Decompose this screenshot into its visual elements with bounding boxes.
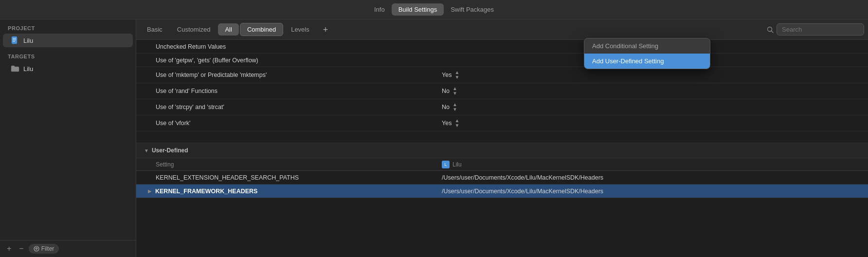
settings-toolbar: Basic Customized All Combined Levels + A… <box>136 19 868 40</box>
stepper[interactable]: ▲▼ <box>454 70 459 80</box>
dropdown-item-add-user-defined[interactable]: Add User-Defined Setting <box>584 54 710 69</box>
project-section-label: PROJECT <box>0 19 136 33</box>
section-triangle-icon: ▼ <box>144 148 149 153</box>
settings-table: Unchecked Return Values Use of 'getpw', … <box>136 40 868 257</box>
expand-triangle-icon[interactable]: ▶ <box>148 189 151 194</box>
table-row[interactable]: Use of 'getpw', 'gets' (Buffer Overflow) <box>136 54 868 67</box>
main-layout: PROJECT Lilu TARGETS Lilu + <box>0 19 868 257</box>
setting-value[interactable]: No ▲▼ <box>438 99 868 115</box>
setting-value[interactable]: No ▲▼ <box>438 83 868 99</box>
svg-rect-2 <box>13 39 16 40</box>
setting-name: Use of 'getpw', 'gets' (Buffer Overflow) <box>136 54 438 67</box>
sidebar-footer: + − Filter <box>0 240 136 257</box>
sidebar-project-name: Lilu <box>23 37 33 44</box>
column-header-row: Setting L Lilu <box>136 158 868 171</box>
empty-row <box>136 131 868 143</box>
setting-value[interactable]: Yes ▲▼ <box>438 115 868 131</box>
tab-levels[interactable]: Levels <box>284 23 316 36</box>
tab-basic[interactable]: Basic <box>140 23 169 36</box>
sidebar-item-lilu-target[interactable]: Lilu <box>3 62 133 75</box>
dropdown-menu: Add Conditional Setting Add User-Defined… <box>584 38 710 69</box>
add-button[interactable]: + <box>4 243 14 254</box>
svg-rect-3 <box>13 41 15 42</box>
stepper[interactable]: ▲▼ <box>454 118 459 128</box>
top-tabbar: Info Build Settings Swift Packages <box>0 0 868 19</box>
setting-name: Use of 'vfork' <box>136 117 438 129</box>
search-input[interactable] <box>777 23 864 36</box>
svg-line-9 <box>772 31 774 33</box>
filter-pill[interactable]: Filter <box>29 244 59 254</box>
table-row[interactable]: Use of 'strcpy' and 'strcat' No ▲▼ <box>136 99 868 115</box>
targets-section-label: TARGETS <box>0 48 136 61</box>
tab-info[interactable]: Info <box>367 3 392 16</box>
user-defined-section-header[interactable]: ▼ User-Defined <box>136 143 868 158</box>
table-row[interactable]: Use of 'rand' Functions No ▲▼ <box>136 83 868 99</box>
folder-icon <box>11 64 19 73</box>
table-row[interactable]: Use of 'mktemp' or Predictable 'mktemps'… <box>136 67 868 83</box>
filter-label: Filter <box>41 245 54 252</box>
col-header-lilu: L Lilu <box>438 159 868 170</box>
stepper[interactable]: ▲▼ <box>452 102 457 112</box>
setting-name: Use of 'rand' Functions <box>136 85 438 97</box>
sidebar-target-name: Lilu <box>23 65 33 73</box>
search-icon <box>767 26 774 33</box>
tab-customized[interactable]: Customized <box>170 23 217 36</box>
setting-value: /Users/user/Documents/Xcode/Lilu/MacKern… <box>438 185 868 198</box>
table-row[interactable]: Unchecked Return Values <box>136 40 868 54</box>
sidebar-item-lilu-project[interactable]: Lilu <box>3 34 133 47</box>
search-area <box>767 23 864 36</box>
setting-value[interactable]: Yes ▲▼ <box>438 67 868 83</box>
tab-combined[interactable]: Combined <box>240 23 283 36</box>
sidebar: PROJECT Lilu TARGETS Lilu + <box>0 19 136 257</box>
filter-icon <box>34 246 39 252</box>
table-row[interactable]: Use of 'vfork' Yes ▲▼ <box>136 115 868 131</box>
stepper[interactable]: ▲▼ <box>452 86 457 96</box>
tab-build-settings[interactable]: Build Settings <box>392 3 444 16</box>
setting-name: ▶ KERNEL_FRAMEWORK_HEADERS <box>136 185 438 198</box>
table-row[interactable]: KERNEL_EXTENSION_HEADER_SEARCH_PATHS /Us… <box>136 171 868 184</box>
setting-name: Use of 'strcpy' and 'strcat' <box>136 101 438 113</box>
col-header-setting: Setting <box>136 159 438 170</box>
content-area: Basic Customized All Combined Levels + A… <box>136 19 868 257</box>
table-row[interactable]: ▶ KERNEL_FRAMEWORK_HEADERS /Users/user/D… <box>136 184 868 198</box>
setting-name: Unchecked Return Values <box>136 40 438 53</box>
setting-name: Use of 'mktemp' or Predictable 'mktemps' <box>136 69 438 81</box>
add-setting-button[interactable]: + <box>319 24 332 35</box>
tab-swift-packages[interactable]: Swift Packages <box>444 3 501 16</box>
setting-value: /Users/user/Documents/Xcode/Lilu/MacKern… <box>438 171 868 184</box>
svg-rect-1 <box>13 38 16 39</box>
user-defined-title: User-Defined <box>152 147 188 154</box>
dropdown-item-add-conditional[interactable]: Add Conditional Setting <box>584 38 710 54</box>
document-icon <box>11 36 19 45</box>
tab-all[interactable]: All <box>218 23 238 36</box>
lilu-icon: L <box>442 161 450 168</box>
setting-name: KERNEL_EXTENSION_HEADER_SEARCH_PATHS <box>136 171 438 184</box>
remove-button[interactable]: − <box>16 243 26 254</box>
